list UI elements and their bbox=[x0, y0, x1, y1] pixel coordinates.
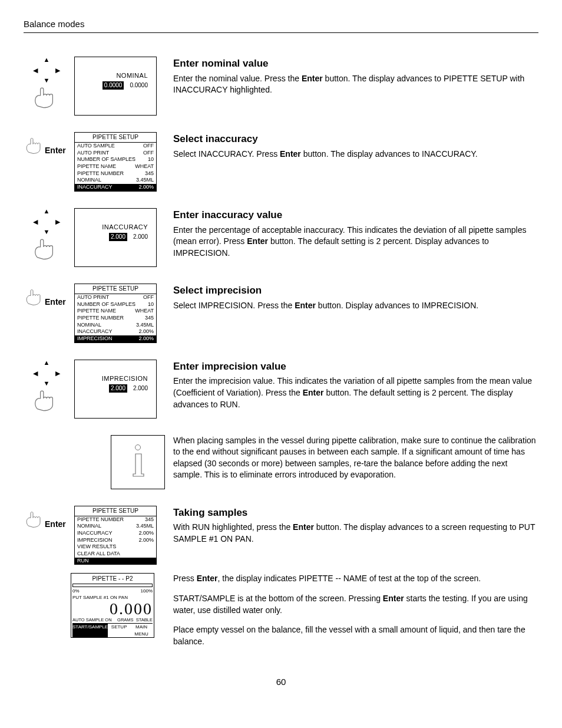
page-header: Balance modes bbox=[24, 18, 538, 33]
body-text: Enter the imprecision value. This indica… bbox=[173, 375, 538, 410]
info-text: When placing samples in the vessel durin… bbox=[173, 435, 538, 481]
section-heading: Enter nominal value bbox=[173, 57, 538, 71]
enter-hand-icon: Enter bbox=[24, 506, 70, 532]
joypad-hand-icon: ▲▼◀▶ bbox=[24, 57, 70, 110]
imprecision-display: IMPRECISION 2.0002.000 bbox=[74, 360, 157, 419]
section-heading: Select imprecision bbox=[173, 284, 538, 298]
pipette-setup-display: PIPETTE SETUP AUTO SAMPLEOFF AUTO PRINTO… bbox=[74, 132, 157, 192]
pipette-setup-display: PIPETTE SETUP PIPETTE NUMBER345 NOMINAL3… bbox=[74, 506, 157, 565]
enter-hand-icon: Enter bbox=[24, 284, 70, 309]
body-text: Enter the percentage of acceptable inacc… bbox=[173, 225, 538, 259]
section-heading: Select inaccuracy bbox=[173, 132, 538, 146]
body-text: Select INACCURACY. Press Enter button. T… bbox=[173, 149, 538, 160]
pipette-run-display: PIPETTE - - P2 0%100% PUT SAMPLE #1 ON P… bbox=[71, 573, 154, 637]
body-text: Press Enter, the display indicates PIPET… bbox=[173, 573, 538, 585]
body-text: With RUN highlighted, press the Enter bu… bbox=[173, 522, 538, 545]
joypad-hand-icon: ▲▼◀▶ bbox=[24, 360, 70, 413]
nominal-display: NOMINAL 0.00000.0000 bbox=[74, 57, 157, 116]
body-text: START/SAMPLE is at the bottom of the scr… bbox=[173, 593, 538, 616]
section-heading: Taking samples bbox=[173, 506, 538, 520]
inaccuracy-display: INACCURACY 2.0002.000 bbox=[74, 208, 157, 267]
enter-hand-icon: Enter bbox=[24, 132, 70, 158]
page-number: 60 bbox=[24, 676, 538, 688]
section-heading: Enter imprecision value bbox=[173, 360, 538, 374]
section-heading: Enter inaccuracy value bbox=[173, 208, 538, 222]
body-text: Select IMPRECISION. Press the Enter butt… bbox=[173, 300, 538, 312]
body-text: Place empty vessel on the balance, fill … bbox=[173, 624, 538, 647]
joypad-hand-icon: ▲▼◀▶ bbox=[24, 208, 70, 261]
info-icon bbox=[111, 435, 165, 489]
pipette-setup-display: PIPETTE SETUP AUTO PRINTOFF NUMBER OF SA… bbox=[74, 284, 157, 343]
body-text: Enter the nominal value. Press the Enter… bbox=[173, 73, 538, 96]
